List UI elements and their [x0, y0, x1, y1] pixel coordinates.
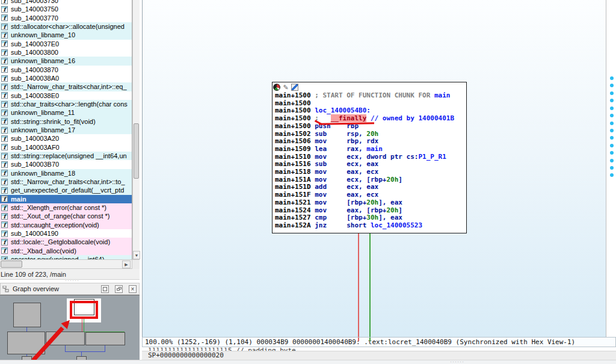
function-list-item[interactable]: fstd::string::replace(unsigned __int64,u…: [0, 152, 132, 160]
node-edit-icon[interactable]: ✎: [282, 84, 289, 91]
function-list-item[interactable]: fmain: [0, 195, 132, 203]
function-list-item[interactable]: fsub_1400038A0: [0, 74, 132, 82]
function-list-item[interactable]: fstd::allocator<char>::allocate(unsigned: [0, 22, 132, 31]
graph-overview-titlebar: Graph overview ×: [0, 283, 140, 295]
status-text: 100.00% (1252,-169) (1,104) 000034B9 000…: [145, 338, 575, 346]
function-list-item[interactable]: funknown_libname_17: [0, 126, 132, 134]
function-list-item[interactable]: fstd::uncaught_exception(void): [0, 221, 132, 229]
function-icon: f: [1, 49, 8, 56]
function-list-item[interactable]: fstd::_Xbad_alloc(void): [0, 247, 132, 255]
function-list-item[interactable]: fget_unexpected_or_default(__vcrt_ptd: [0, 186, 132, 194]
cyan-dot: [610, 91, 614, 95]
function-list-hscrollbar[interactable]: ▶: [0, 259, 140, 269]
function-list-item[interactable]: fsub_140004190: [0, 229, 132, 238]
function-name: unknown_libname_17: [11, 126, 75, 134]
overview-maximize-button[interactable]: [101, 285, 109, 293]
function-list-item[interactable]: fsub_140003870: [0, 66, 132, 74]
function-list-item[interactable]: fstd::_Narrow_char_traits<char,int>::eq_: [0, 82, 132, 91]
graph-overview-title: Graph overview: [13, 285, 59, 292]
function-name: sub_1400037E0: [11, 40, 59, 48]
function-list-item[interactable]: fsub_140003B70: [0, 160, 132, 168]
function-icon: f: [1, 205, 8, 211]
cyan-dot: [610, 106, 614, 110]
overview-float-button[interactable]: [115, 285, 123, 293]
overview-close-button[interactable]: ×: [129, 285, 137, 293]
cyan-dot: [610, 166, 614, 170]
node-toolbar: ✎: [273, 82, 466, 91]
function-name: std::locale::_Getgloballocale(void): [11, 238, 110, 245]
function-name: sub_140003870: [11, 66, 58, 73]
function-name: std::_Narrow_char_traits<char,int>::to_: [11, 178, 125, 185]
function-list[interactable]: fsub_140003730fsub_140003750fsub_1400037…: [0, 0, 132, 259]
asm-line[interactable]: main+152A jnz short loc_140005523: [275, 222, 466, 230]
function-name: std::char_traits<char>::length(char cons: [11, 100, 128, 108]
function-list-item[interactable]: fsub_140003800: [0, 48, 132, 57]
node-script-icon[interactable]: [291, 84, 298, 91]
function-icon: f: [1, 239, 8, 245]
functions-panel: fsub_140003730fsub_140003750fsub_1400037…: [0, 0, 140, 364]
function-list-item[interactable]: fstd::locale::_Getgloballocale(void): [0, 238, 132, 246]
function-icon: f: [1, 221, 8, 228]
function-icon: f: [1, 153, 8, 159]
function-name: sub_140004190: [11, 230, 58, 237]
annotation-arrow: [0, 295, 140, 360]
function-icon: f: [1, 230, 8, 237]
graph-view[interactable]: ✎ main+1500 ; START OF FUNCTION CHUNK FO…: [142, 0, 606, 338]
function-list-item[interactable]: funknown_libname_16: [0, 57, 132, 65]
node-code: main+1500 ; START OF FUNCTION CHUNK FOR …: [273, 91, 466, 230]
function-name: sub_1400038E0: [11, 92, 59, 99]
function-list-item[interactable]: fsub_140003AF0: [0, 143, 132, 152]
cyan-dot: [610, 159, 614, 162]
function-list-item[interactable]: funknown_libname_18: [0, 169, 132, 177]
cyan-dot: [610, 84, 614, 87]
vscrollbar-thumb[interactable]: [134, 123, 139, 179]
bottom-splitter[interactable]: [0, 360, 616, 364]
cyan-dot: [610, 129, 614, 132]
graph-overview-minimap[interactable]: [0, 295, 140, 360]
function-icon: f: [1, 144, 8, 150]
function-list-item[interactable]: fsub_140003A20: [0, 134, 132, 143]
function-list-vscrollbar[interactable]: ▼: [132, 0, 140, 259]
function-name: unknown_libname_16: [11, 57, 75, 64]
function-name: sub_1400038A0: [11, 75, 59, 82]
function-list-item[interactable]: fstd::_Narrow_char_traits<char,int>::to_: [0, 177, 132, 186]
function-icon: f: [1, 58, 8, 64]
edge-stub-green: [369, 338, 371, 341]
basic-block-node[interactable]: ✎ main+1500 ; START OF FUNCTION CHUNK FO…: [272, 82, 467, 233]
function-list-item[interactable]: fsub_1400037E0: [0, 40, 132, 48]
function-name: sub_140003B70: [11, 161, 59, 168]
function-list-item[interactable]: fstd::_Xlength_error(char const *): [0, 203, 132, 212]
function-list-item[interactable]: foperator new(unsigned __int64): [0, 255, 132, 259]
function-icon: f: [1, 127, 8, 134]
function-list-item[interactable]: fstd::char_traits<char>::length(char con…: [0, 100, 132, 108]
function-icon: f: [1, 40, 8, 47]
ida-window: fsub_140003730fsub_140003750fsub_1400037…: [0, 0, 616, 364]
node-color-icon[interactable]: [273, 84, 280, 91]
function-list-item[interactable]: fsub_140003730: [0, 0, 132, 5]
function-list-item[interactable]: fsub_140003770: [0, 14, 132, 22]
hscrollbar-thumb[interactable]: [1, 261, 22, 268]
function-list-item[interactable]: fsub_140003750: [0, 5, 132, 13]
function-list-item[interactable]: funknown_libname_10: [0, 31, 132, 39]
function-name: unknown_libname_10: [11, 31, 75, 39]
function-icon: f: [1, 32, 8, 39]
function-list-item[interactable]: fstd::_Xout_of_range(char const *): [0, 212, 132, 220]
function-list-item[interactable]: fstd::string::shrink_to_fit(void): [0, 117, 132, 126]
function-icon: f: [1, 196, 8, 202]
function-name: std::uncaught_exception(void): [11, 221, 99, 229]
cyan-dot: [610, 151, 614, 155]
function-icon: f: [1, 66, 8, 73]
scroll-right-button[interactable]: ▶: [122, 261, 131, 268]
function-icon: f: [1, 170, 8, 176]
function-name: main: [11, 196, 26, 203]
bottom-splitter-handle[interactable]: ······: [450, 360, 464, 363]
function-name: sub_140003800: [11, 49, 58, 56]
function-list-item[interactable]: fsub_1400038E0: [0, 91, 132, 100]
function-list-item[interactable]: funknown_libname_11: [0, 108, 132, 117]
splitter-handle[interactable]: ······: [60, 279, 84, 282]
function-name: sub_140003750: [11, 5, 58, 13]
function-name: get_unexpected_or_default(__vcrt_ptd: [11, 187, 124, 194]
graph-status-bar: 100.00% (1252,-169) (1,104) 000034B9 000…: [142, 337, 616, 347]
graph-edge-green: [369, 233, 371, 338]
scroll-down-button[interactable]: ▼: [133, 251, 140, 259]
